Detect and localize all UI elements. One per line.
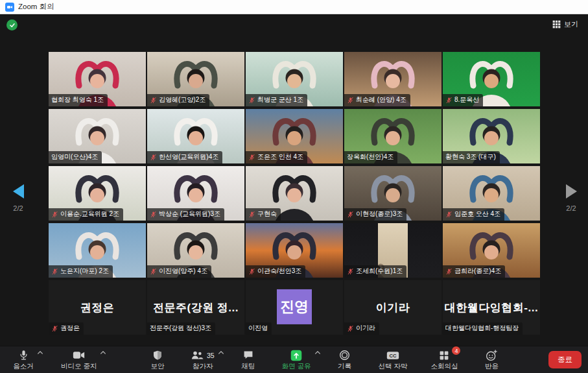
record-button[interactable]: 기록 <box>331 346 359 373</box>
participant-tile[interactable]: 황현숙 3조 (대구) <box>443 109 540 163</box>
share-label: 화면 공유 <box>282 362 311 371</box>
security-label: 보안 <box>150 362 164 371</box>
reactions-button[interactable]: 반응 <box>477 346 506 373</box>
chat-button[interactable]: 채팅 <box>234 346 263 373</box>
participant-name-label: 임준호 오산 4조 <box>443 208 504 221</box>
participant-name-text: 이진영(양주) 4조 <box>159 267 207 276</box>
participant-tile[interactable]: 전문주(강원 정...전문주(강원 정선)3조 <box>147 280 244 335</box>
participant-name-text: 황현숙 3조 (대구) <box>445 152 496 162</box>
participant-tile[interactable]: 이기라 이기라 <box>344 280 441 335</box>
security-button[interactable]: 보안 <box>143 346 172 373</box>
muted-mic-icon <box>51 268 58 275</box>
participant-tile[interactable]: 임영미(오산)4조 <box>49 109 146 163</box>
participant-tile[interactable]: 이관숙/천안3조 <box>246 223 343 278</box>
participant-name-text: 금희라(종로)4조 <box>454 267 501 276</box>
participant-name-label: 이관숙/천안3조 <box>246 265 305 278</box>
muted-mic-icon <box>445 268 453 275</box>
muted-mic-icon <box>248 97 255 104</box>
participant-tile[interactable]: 박상순 (교육위원)3조 <box>147 166 244 221</box>
chevron-up-icon[interactable] <box>100 350 106 355</box>
participant-tile[interactable]: 최병군 군산 1조 <box>246 52 343 106</box>
toolbar-right-group: 종료 <box>548 346 582 373</box>
reactions-label: 반응 <box>485 362 499 371</box>
page-indicator-left: 2/2 <box>4 204 32 212</box>
participant-tile[interactable]: 노은지(마포) 2조 <box>49 223 146 278</box>
participant-tile[interactable]: 한선영(교육위원)4조 <box>147 109 244 163</box>
participant-name-label: 이현정(종로)3조 <box>344 208 406 221</box>
participant-tile[interactable]: 협회장 최영숙 1조 <box>49 52 146 106</box>
participant-name-label: 노은지(마포) 2조 <box>49 265 113 278</box>
participant-tile[interactable]: 권정은 권정은 <box>49 280 146 335</box>
participant-tile[interactable]: 구현숙 <box>246 166 343 221</box>
participant-name-label: 전문주(강원 정선)3조 <box>147 322 215 335</box>
participant-name-label: 조세희(수원)1조 <box>344 265 406 278</box>
participant-tile[interactable]: 임준호 오산 4조 <box>443 166 540 221</box>
participants-button[interactable]: 35참가자 <box>187 346 218 373</box>
participant-tile[interactable]: 최순례 (안양) 4조 <box>344 52 441 106</box>
record-icon <box>339 349 350 361</box>
chevron-up-icon[interactable] <box>37 350 43 355</box>
chat-icon <box>243 349 253 361</box>
participant-name-label: 구현숙 <box>246 208 281 221</box>
participant-grid: 협회장 최영숙 1조 김영혜(고양)2조 최병군 군산 1조 최순례 (안양) … <box>49 52 540 335</box>
participants-label: 참가자 <box>193 362 213 371</box>
breakout-button[interactable]: 소회의실4 <box>427 346 462 373</box>
camera-glyph <box>6 4 13 10</box>
participant-avatar: 진영 <box>277 289 312 324</box>
participant-name-label: 8.문옥선 <box>443 94 483 106</box>
participant-name-label: 최병군 군산 1조 <box>246 94 307 106</box>
chevron-up-icon[interactable] <box>314 350 321 355</box>
end-meeting-button[interactable]: 종료 <box>548 351 582 368</box>
participant-tile[interactable]: 이용순.교육위원 2조 <box>49 166 146 221</box>
participant-name-text: 한선영(교육위원)4조 <box>159 152 218 162</box>
participant-tile[interactable]: 장옥화(천안)4조 <box>344 109 441 163</box>
participant-name-text: 조세희(수원)1조 <box>356 267 403 276</box>
participant-name-label: 대한웰다잉협회-행정팀장 <box>443 322 523 335</box>
participant-name-text: 구현숙 <box>257 210 277 219</box>
meeting-stage: 보기 협회장 최영숙 1조 김영혜(고양)2조 최병군 군산 1조 최순례 (안… <box>0 14 588 346</box>
participant-name-label: 권정은 <box>49 322 84 335</box>
participant-name-label: 임영미(오산)4조 <box>49 151 102 163</box>
participant-tile[interactable]: 금희라(종로)4조 <box>443 223 540 278</box>
chevron-up-icon[interactable] <box>218 350 224 355</box>
participant-name-label: 장옥화(천안)4조 <box>344 151 397 163</box>
participant-name-label: 황현숙 3조 (대구) <box>443 151 500 163</box>
participant-name-label: 이기라 <box>344 322 379 335</box>
cc-button[interactable]: CC선택 자막 <box>375 346 412 373</box>
participant-name-text: 김영혜(고양)2조 <box>159 95 206 104</box>
participant-name-label: 최순례 (안양) 4조 <box>344 94 410 106</box>
view-button[interactable]: 보기 <box>548 18 583 31</box>
muted-mic-icon <box>150 268 157 275</box>
participant-name-label: 이진영 <box>246 322 272 335</box>
toolbar-left-group: 음소거 비디오 중지 <box>9 346 100 373</box>
next-page-button[interactable] <box>566 184 577 199</box>
zoom-meeting-window: Zoom 회의 보기 협회장 최영숙 1조 <box>0 0 588 373</box>
security-shield-icon[interactable] <box>6 19 18 30</box>
muted-mic-icon <box>347 97 354 104</box>
muted-mic-icon <box>51 325 58 332</box>
video-button[interactable]: 비디오 중지 <box>57 346 100 373</box>
participant-name-text: 이기라 <box>356 324 375 333</box>
share-button[interactable]: 화면 공유 <box>278 346 315 373</box>
participant-tile[interactable]: 대한웰다잉협회-...대한웰다잉협회-행정팀장 <box>443 280 540 335</box>
prev-page-button[interactable] <box>13 184 24 199</box>
participant-tile[interactable]: 김영혜(고양)2조 <box>147 52 244 106</box>
pager-left: 2/2 <box>4 184 32 212</box>
window-titlebar: Zoom 회의 <box>0 0 588 14</box>
chat-label: 채팅 <box>241 362 255 371</box>
participant-tile[interactable]: 조은조 인천 4조 <box>246 109 343 163</box>
participant-tile[interactable]: 8.문옥선 <box>443 52 540 106</box>
participant-tile[interactable]: 조세희(수원)1조 <box>344 223 441 278</box>
grid-icon <box>439 349 449 361</box>
cc-icon: CC <box>386 349 399 361</box>
participant-tile[interactable]: 진영이진영 <box>246 280 343 335</box>
participant-name-text: 권정은 <box>60 324 80 333</box>
participant-tile[interactable]: 이현정(종로)3조 <box>344 166 441 221</box>
mute-button[interactable]: 음소거 <box>9 346 38 373</box>
muted-mic-icon <box>248 154 255 161</box>
muted-mic-icon <box>248 268 255 275</box>
participant-tile[interactable]: 이진영(양주) 4조 <box>147 223 244 278</box>
toolbar-center-group: 보안35참가자 채팅화면 공유 기록CC선택 자막소회의실4반응 <box>100 346 548 373</box>
participant-name-text: 이진영 <box>248 324 268 333</box>
muted-mic-icon <box>150 97 157 104</box>
